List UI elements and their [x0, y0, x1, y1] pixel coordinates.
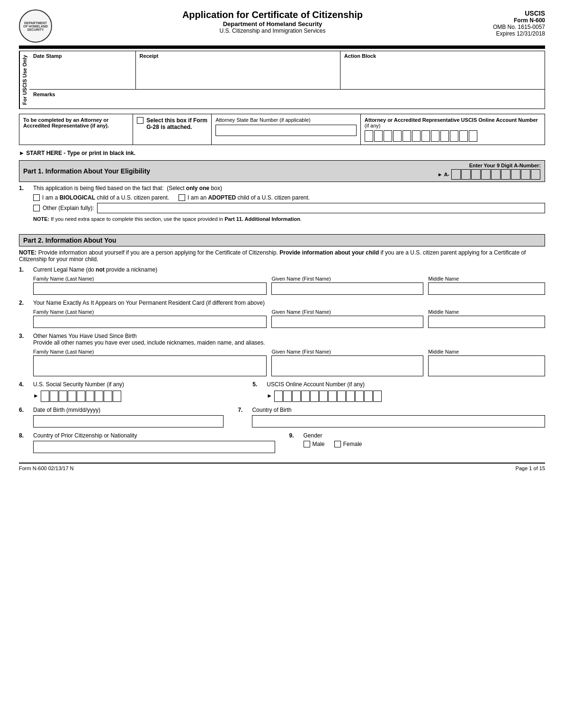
ssn-box-1[interactable] [41, 391, 49, 402]
g28-label: Select this box if Form G-28 is attached… [146, 117, 207, 130]
uscis-box-8[interactable] [337, 391, 346, 402]
q2-family-label: Family Name (Last Name) [33, 309, 267, 315]
q7-text: Country of Birth [252, 407, 291, 413]
bio-child-checkbox[interactable] [33, 194, 40, 201]
a-box-9[interactable] [531, 169, 540, 180]
other-label: Other (Explain fully): [43, 205, 94, 211]
uscis-box-7[interactable] [328, 391, 337, 402]
ssn-box-2[interactable] [50, 391, 58, 402]
part2-header: Part 2. Information About You [19, 234, 545, 246]
q6-num: 6. [19, 407, 33, 413]
q3-given-input[interactable] [271, 355, 423, 376]
acct-box-12[interactable] [469, 130, 477, 142]
part2-q1-num: 1. [19, 266, 33, 273]
male-label: Male [313, 441, 325, 447]
attorney-col4: Attorney or Accredited Representative US… [361, 114, 545, 145]
acct-box-8[interactable] [431, 130, 439, 142]
q8-section: 8. Country of Prior Citizenship or Natio… [19, 432, 285, 453]
acct-box-1[interactable] [365, 130, 373, 142]
ssn-box-3[interactable] [59, 391, 67, 402]
receipt-label: Receipt [140, 53, 336, 59]
a-box-3[interactable] [471, 169, 481, 180]
uscis-box-5[interactable] [310, 391, 319, 402]
acct-box-11[interactable] [459, 130, 468, 142]
bio-child-item: I am a BIOLOGICAL child of a U.S. citize… [33, 194, 169, 201]
uscis-box-11[interactable] [364, 391, 373, 402]
part2-q2-text: Your Name Exactly As It Appears on Your … [33, 300, 545, 306]
adopted-child-checkbox[interactable] [179, 194, 185, 201]
q9-num: 9. [289, 432, 304, 439]
q8-text: Country of Prior Citizenship or National… [33, 432, 137, 439]
part1-q1-text: This application is being filed based on… [33, 185, 545, 191]
acct-box-3[interactable] [384, 130, 392, 142]
female-checkbox[interactable] [334, 441, 341, 447]
part1-q1-num: 1. [19, 185, 33, 191]
admin-section: For USCIS Use Only Date Stamp Receipt Ac… [19, 51, 545, 109]
acct-box-5[interactable] [403, 130, 411, 142]
acct-box-6[interactable] [412, 130, 421, 142]
remarks-cell: Remarks [29, 90, 545, 107]
q2-given-input[interactable] [271, 316, 423, 328]
ssn-box-7[interactable] [95, 391, 103, 402]
a-box-6[interactable] [501, 169, 510, 180]
part2-note: NOTE: Provide information about yourself… [19, 249, 545, 263]
q8-prior-country-input[interactable] [33, 441, 275, 453]
part2-q2-row: 2. Your Name Exactly As It Appears on Yo… [19, 300, 545, 306]
a-box-8[interactable] [521, 169, 530, 180]
a-box-5[interactable] [491, 169, 501, 180]
q7-country-input[interactable] [252, 415, 545, 428]
part2-q6-q7-group: 6. Date of Birth (mm/dd/yyyy) 7. Country… [19, 407, 545, 428]
footer-form-number: Form N-600 02/13/17 N [19, 465, 74, 471]
uscis-box-9[interactable] [346, 391, 355, 402]
q3-family-input[interactable] [33, 355, 267, 376]
q6-dob-input[interactable] [33, 415, 224, 428]
a-box-4[interactable] [481, 169, 491, 180]
uscis-box-3[interactable] [292, 391, 301, 402]
part2-q4-q5-group: 4. U.S. Social Security Number (if any) … [19, 381, 545, 402]
acct-box-10[interactable] [450, 130, 458, 142]
state-bar-label: Attorney State Bar Number (if applicable… [215, 117, 357, 123]
uscis-box-1[interactable] [274, 391, 283, 402]
state-bar-input[interactable] [215, 125, 357, 136]
other-input[interactable] [97, 203, 545, 213]
attorney-section: To be completed by an Attorney or Accred… [19, 114, 545, 145]
part2-q1-group: 1. Current Legal Name (do not provide a … [19, 266, 545, 295]
ssn-box-4[interactable] [68, 391, 76, 402]
q2-family-input[interactable] [33, 316, 267, 328]
male-checkbox[interactable] [304, 441, 310, 447]
q3-middle-input[interactable] [428, 355, 545, 376]
uscis-box-2[interactable] [283, 391, 292, 402]
date-stamp-label: Date Stamp [33, 53, 132, 59]
a-box-1[interactable] [451, 169, 461, 180]
q9-section: 9. Gender Male Female [289, 432, 546, 447]
q1-family-input[interactable] [33, 282, 267, 295]
acct-box-9[interactable] [440, 130, 449, 142]
ssn-box-9[interactable] [113, 391, 121, 402]
q2-middle-input[interactable] [428, 316, 545, 328]
q1-given-input[interactable] [271, 282, 423, 295]
ssn-box-5[interactable] [77, 391, 85, 402]
uscis-box-4[interactable] [301, 391, 310, 402]
attorney-col2[interactable]: Select this box if Form G-28 is attached… [133, 114, 212, 145]
a-box-2[interactable] [461, 169, 471, 180]
q1-middle-input[interactable] [428, 282, 545, 295]
q5-text: USCIS Online Account Number (if any) [267, 381, 365, 388]
uscis-box-10[interactable] [355, 391, 364, 402]
acct-box-2[interactable] [374, 130, 383, 142]
other-checkbox[interactable] [33, 205, 40, 211]
ssn-box-8[interactable] [104, 391, 112, 402]
uscis-box-12[interactable] [373, 391, 382, 402]
uscis-acct-boxes-container [274, 391, 382, 402]
acct-box-7[interactable] [421, 130, 430, 142]
ssn-box-6[interactable] [86, 391, 94, 402]
uscis-box-6[interactable] [319, 391, 328, 402]
acct-box-4[interactable] [393, 130, 402, 142]
part2-q3-row: 3. Other Names You Have Used Since Birth… [19, 333, 545, 346]
g28-checkbox[interactable] [137, 117, 143, 124]
q6-text: Date of Birth (mm/dd/yyyy) [33, 407, 100, 413]
ssn-boxes-container [41, 391, 122, 402]
q4-text: U.S. Social Security Number (if any) [33, 381, 124, 388]
a-box-7[interactable] [511, 169, 520, 180]
q6-section: 6. Date of Birth (mm/dd/yyyy) [19, 407, 233, 428]
header-right: USCIS Form N-600 OMB No. 1615-0057 Expir… [493, 9, 545, 37]
